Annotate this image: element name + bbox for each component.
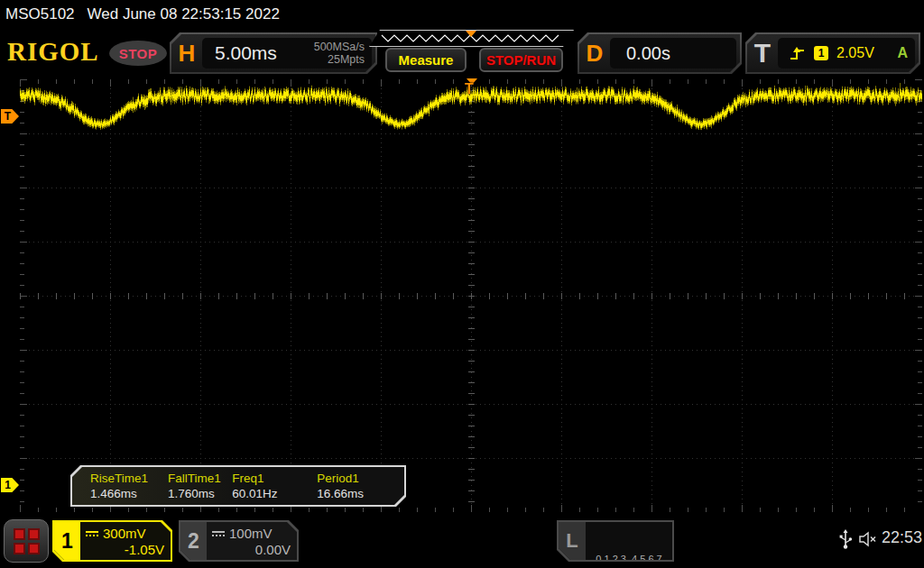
measurement-value: 1.760ms <box>168 487 232 500</box>
measurement-value: 1.466ms <box>90 487 168 500</box>
datetime: Wed June 08 22:53:15 2022 <box>88 5 280 23</box>
measurement-label: Freq1 <box>232 472 317 485</box>
trigger-label: T <box>747 38 778 69</box>
model-name: MSO5102 <box>5 5 75 23</box>
measurement-panel[interactable]: RiseTime1 1.466ms FallTime1 1.760ms Freq… <box>70 465 406 507</box>
preview-trigger-marker[interactable] <box>466 31 476 37</box>
speaker-mute-icon <box>858 531 880 547</box>
measurement-label: RiseTime1 <box>90 472 168 485</box>
logic-channel-numbers: 0 1 2 3 4 5 6 7 8 9 1011 12131415 <box>586 522 672 560</box>
timebase-value: 5.00ms <box>215 42 277 64</box>
trigger-source-badge: 1 <box>814 46 828 60</box>
clock: 22:53 <box>882 528 922 547</box>
measurement-item[interactable]: Period1 16.66ms <box>317 467 404 505</box>
measurement-item[interactable]: Freq1 60.01Hz <box>232 467 317 505</box>
waveform-display[interactable] <box>20 79 922 512</box>
channel1-block[interactable]: 1 300mV -1.05V <box>52 520 172 562</box>
titlebar: MSO5102 Wed June 08 22:53:15 2022 <box>0 0 924 29</box>
measurement-label: Period1 <box>317 472 404 485</box>
delay-panel[interactable]: D 0.00s <box>578 32 742 74</box>
trigger-level-value: 2.05V <box>836 45 874 61</box>
acquisition-info: 500MSa/s 25Mpts <box>314 41 372 67</box>
measurement-item[interactable]: FallTime1 1.760ms <box>168 467 232 505</box>
measurement-value: 16.66ms <box>317 487 404 500</box>
memory-depth: 25Mpts <box>314 53 365 66</box>
logic-analyzer-block[interactable]: L 0 1 2 3 4 5 6 7 8 9 1011 12131415 <box>557 520 674 562</box>
trigger-panel[interactable]: T 1 2.05V A <box>745 32 920 74</box>
channel2-offset: 0.00V <box>212 542 291 557</box>
channel1-scale: 300mV <box>103 526 146 541</box>
trigger-level-marker[interactable]: T <box>1 109 19 124</box>
measurement-value: 60.01Hz <box>232 487 317 500</box>
delay-label: D <box>579 40 610 68</box>
horizontal-panel[interactable]: H 5.00ms 500MSa/s 25Mpts <box>170 32 377 74</box>
measurement-label: FallTime1 <box>168 472 232 485</box>
dc-coupling-icon <box>212 531 225 536</box>
dc-coupling-icon <box>86 531 98 536</box>
run-state-badge: STOP <box>109 41 167 66</box>
timebase-pill: 5.00ms 500MSa/s 25Mpts <box>202 38 372 69</box>
menu-grid-icon <box>14 528 40 554</box>
stop-run-button[interactable]: STOP/RUN <box>479 48 563 72</box>
menu-button[interactable] <box>4 519 49 563</box>
trigger-mode: A <box>897 45 908 61</box>
logic-row1: 0 1 2 3 4 5 6 7 <box>586 552 672 567</box>
channel2-block[interactable]: 2 100mV 0.00V <box>179 520 299 562</box>
channel1-offset-marker[interactable]: 1 <box>1 478 19 492</box>
channel1-offset: -1.05V <box>86 542 164 557</box>
delay-value: 0.00s <box>626 43 670 64</box>
delay-pill: 0.00s <box>610 38 736 69</box>
measure-button[interactable]: Measure <box>385 48 467 72</box>
usb-icon <box>838 528 853 550</box>
trigger-pill: 1 2.05V A <box>778 38 915 69</box>
channel2-scale: 100mV <box>229 526 273 541</box>
rigol-logo: RIGOL <box>7 37 99 67</box>
sample-rate: 500MSa/s <box>314 41 365 53</box>
measurement-item[interactable]: RiseTime1 1.466ms <box>90 467 168 505</box>
trigger-position-marker[interactable]: T <box>465 81 474 97</box>
oscilloscope-screen: MSO5102 Wed June 08 22:53:15 2022 RIGOL … <box>0 0 924 568</box>
horizontal-label: H <box>171 40 202 68</box>
rising-edge-icon <box>789 47 806 60</box>
